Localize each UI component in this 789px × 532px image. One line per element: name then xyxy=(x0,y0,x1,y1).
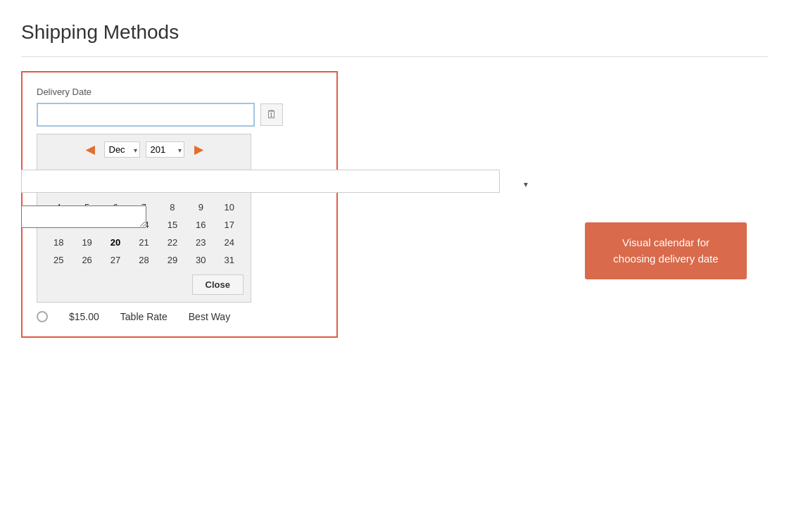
calendar-nav: ◀ Dec JanFebMar AprMayJun JulAugSep OctN… xyxy=(44,141,244,158)
calendar-day[interactable]: 19 xyxy=(72,234,101,251)
prev-month-button[interactable]: ◀ xyxy=(82,141,99,158)
calendar-day[interactable]: 25 xyxy=(44,251,72,269)
dropdown-section xyxy=(21,170,535,231)
year-select-wrapper: 201 201520162017 xyxy=(146,141,184,158)
year-select[interactable]: 201 201520162017 xyxy=(146,141,184,158)
table-rate-price: $15.00 xyxy=(69,311,99,322)
month-select[interactable]: Dec JanFebMar AprMayJun JulAugSep OctNov xyxy=(104,141,140,158)
calendar-close-button[interactable]: Close xyxy=(192,274,244,295)
calendar-day[interactable]: 18 xyxy=(44,234,72,251)
calendar-day[interactable]: 21 xyxy=(130,234,158,251)
next-month-button[interactable]: ▶ xyxy=(190,141,207,158)
calendar-day[interactable]: 20 xyxy=(101,234,130,251)
page-title: Shipping Methods xyxy=(21,21,768,44)
notes-textarea[interactable] xyxy=(21,205,146,228)
calendar-day[interactable]: 23 xyxy=(187,234,215,251)
calendar-day[interactable]: 28 xyxy=(130,251,158,269)
calendar-day[interactable]: 27 xyxy=(101,251,130,269)
calendar-day[interactable]: 31 xyxy=(215,251,244,269)
date-input-row: 🗓 xyxy=(37,103,322,127)
table-rate-method: Table Rate xyxy=(120,311,168,322)
calendar-day[interactable]: 29 xyxy=(158,251,187,269)
tooltip-box: Visual calendar for choosing delivery da… xyxy=(585,222,747,279)
date-input[interactable] xyxy=(37,103,255,127)
calendar-day[interactable]: 24 xyxy=(215,234,244,251)
table-rate-row: $15.00 Table Rate Best Way xyxy=(37,311,322,322)
month-select-wrapper: Dec JanFebMar AprMayJun JulAugSep OctNov xyxy=(104,141,140,158)
carrier-dropdown-wrapper xyxy=(21,170,535,198)
main-divider xyxy=(21,56,768,57)
calendar-day[interactable]: 30 xyxy=(187,251,215,269)
calendar-week-row: 25262728293031 xyxy=(44,251,244,269)
calendar-icon-button[interactable]: 🗓 xyxy=(260,103,283,126)
calendar-icon: 🗓 xyxy=(266,108,277,121)
carrier-dropdown[interactable] xyxy=(21,170,500,193)
table-rate-radio[interactable] xyxy=(37,311,48,322)
notes-section xyxy=(21,205,535,231)
calendar-day[interactable]: 26 xyxy=(72,251,101,269)
table-rate-carrier: Best Way xyxy=(189,311,230,322)
calendar-week-row: 18192021222324 xyxy=(44,234,244,251)
tooltip-text: Visual calendar for choosing delivery da… xyxy=(613,236,718,265)
calendar-close-row: Close xyxy=(44,274,244,295)
delivery-date-label: Delivery Date xyxy=(37,87,322,97)
calendar-day[interactable]: 22 xyxy=(158,234,187,251)
